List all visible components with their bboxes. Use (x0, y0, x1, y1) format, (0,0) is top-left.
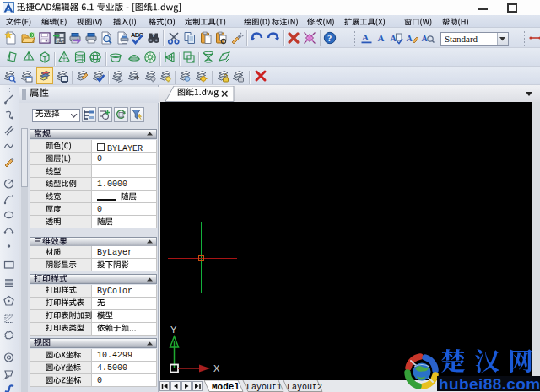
svg-text:Y: Y (170, 325, 177, 335)
svg-text:BCS: BCS (56, 40, 63, 44)
svg-text:BYLAYER: BYLAYER (107, 143, 143, 153)
svg-text:Model: Model (212, 382, 240, 392)
svg-text:ABC: ABC (131, 31, 143, 39)
svg-text:?: ? (327, 34, 332, 43)
svg-text:A: A (378, 33, 385, 43)
svg-text:X: X (213, 363, 220, 373)
svg-text:Layout1: Layout1 (246, 383, 282, 392)
svg-text:Layout2: Layout2 (287, 383, 322, 392)
svg-text:A: A (407, 34, 413, 43)
svg-text:A: A (362, 32, 369, 42)
